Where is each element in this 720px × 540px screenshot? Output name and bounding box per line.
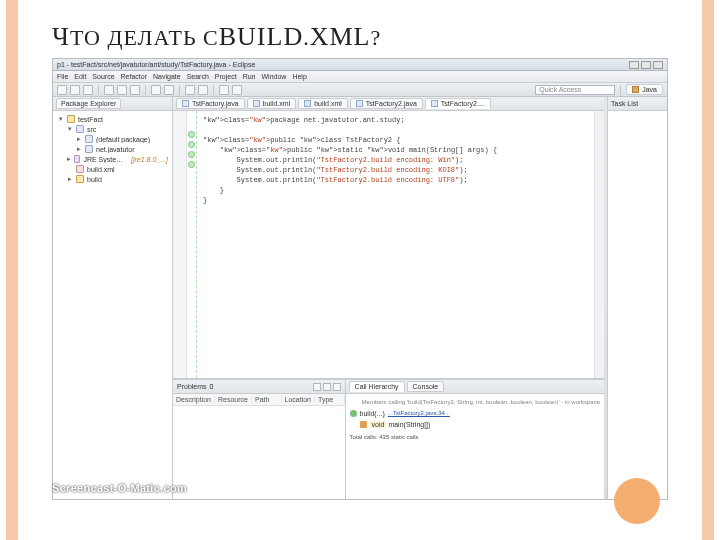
- menu-search[interactable]: Search: [187, 73, 209, 80]
- run-last-icon[interactable]: [130, 85, 140, 95]
- col-resource[interactable]: Resource: [215, 396, 252, 403]
- tree-toggle-icon[interactable]: ▸: [75, 145, 82, 153]
- editor-tab[interactable]: TstFactory.java: [176, 98, 245, 109]
- project-tree[interactable]: ▾testFact▾src▸(default package)▸net.java…: [53, 111, 172, 499]
- call-hierarchy-panel: Call Hierarchy Console Members calling '…: [346, 380, 604, 499]
- save-icon[interactable]: [70, 85, 80, 95]
- call-item-link[interactable]: ...TstFactory2.java:34...: [388, 408, 450, 419]
- tree-toggle-icon[interactable]: ▸: [66, 175, 73, 183]
- problem-count: 0: [210, 383, 214, 390]
- tab-task-list[interactable]: Task List: [611, 100, 638, 107]
- editor-tab-label: TstFactory2.java: [366, 100, 417, 107]
- tree-node[interactable]: ▾src: [57, 124, 168, 134]
- menu-help[interactable]: Help: [292, 73, 306, 80]
- editor-tab[interactable]: TstFactory2.java: [350, 98, 423, 109]
- tree-label: testFact: [78, 116, 103, 123]
- tab-console[interactable]: Console: [407, 381, 445, 392]
- menu-file[interactable]: File: [57, 73, 68, 80]
- menu-source[interactable]: Source: [92, 73, 114, 80]
- tree-label: net.javatutor: [96, 146, 135, 153]
- menu-refactor[interactable]: Refactor: [121, 73, 147, 80]
- tree-toggle-icon[interactable]: ▾: [66, 125, 73, 133]
- editor-tab-label: TstFactory2....: [441, 100, 485, 107]
- slide-stripe-right: [702, 0, 714, 540]
- close-button[interactable]: [653, 61, 663, 69]
- tree-node[interactable]: ▾testFact: [57, 114, 168, 124]
- save-all-icon[interactable]: [83, 85, 93, 95]
- panel-max-icon[interactable]: [333, 383, 341, 391]
- quick-access-placeholder: Quick Access: [539, 86, 581, 93]
- quick-access-input[interactable]: Quick Access: [535, 85, 615, 95]
- file-icon: [304, 100, 311, 107]
- panel-min-icon[interactable]: [323, 383, 331, 391]
- maximize-button[interactable]: [641, 61, 651, 69]
- menu-bar: File Edit Source Refactor Navigate Searc…: [53, 71, 667, 83]
- toolbar-sep: [98, 85, 99, 95]
- forward-icon[interactable]: [232, 85, 242, 95]
- code-editor[interactable]: "kw">class="kw">package net.javatutor.an…: [197, 111, 594, 378]
- new-icon[interactable]: [57, 85, 67, 95]
- new-class-icon[interactable]: [164, 85, 174, 95]
- tree-label: src: [87, 126, 96, 133]
- tree-node[interactable]: ▸JRE System Library [jre1.8.0_...]: [57, 154, 168, 164]
- open-type-icon[interactable]: [185, 85, 195, 95]
- editor-tab[interactable]: TstFactory2....: [425, 98, 491, 109]
- col-description[interactable]: Description: [173, 396, 215, 403]
- call-totals: Total calls: 435 static calls: [350, 432, 600, 443]
- editor-vscrollbar[interactable]: [594, 111, 604, 378]
- back-icon[interactable]: [219, 85, 229, 95]
- call-hierarchy-row[interactable]: void main(String[]): [360, 419, 600, 430]
- file-icon: [253, 100, 260, 107]
- window-title: p1 - testFact/src/net/javatutor/ant/stud…: [57, 61, 255, 68]
- editor-tab[interactable]: build.xml: [247, 98, 297, 109]
- ide-window: p1 - testFact/src/net/javatutor/ant/stud…: [52, 58, 668, 500]
- marker-icon: [188, 151, 195, 158]
- tree-toggle-icon[interactable]: ▸: [66, 155, 71, 163]
- slide-stripe-left: [6, 0, 18, 540]
- java-perspective-icon: [632, 86, 639, 93]
- col-location[interactable]: Location: [282, 396, 315, 403]
- run-icon[interactable]: [117, 85, 127, 95]
- col-type[interactable]: Type: [315, 396, 345, 403]
- problems-body: [173, 406, 345, 499]
- call-hierarchy-row[interactable]: build(...) ...TstFactory2.java:34...: [350, 408, 600, 419]
- menu-window[interactable]: Window: [261, 73, 286, 80]
- problems-columns: Description Resource Path Location Type: [173, 394, 345, 406]
- menu-run[interactable]: Run: [243, 73, 256, 80]
- new-package-icon[interactable]: [151, 85, 161, 95]
- editor-tab-bar: TstFactory.javabuild.xmlbuild.xmlTstFact…: [173, 97, 604, 111]
- tab-call-hierarchy[interactable]: Call Hierarchy: [349, 381, 405, 392]
- editor-tab[interactable]: build.xml: [298, 98, 348, 109]
- tree-toggle-icon[interactable]: ▸: [75, 135, 82, 143]
- col-path[interactable]: Path: [252, 396, 282, 403]
- tree-suffix: [jre1.8.0_...]: [131, 156, 168, 163]
- menu-navigate[interactable]: Navigate: [153, 73, 181, 80]
- search-icon[interactable]: [198, 85, 208, 95]
- tree-toggle-icon[interactable]: ▾: [57, 115, 64, 123]
- menu-project[interactable]: Project: [215, 73, 237, 80]
- editor-markers: [187, 111, 197, 378]
- menu-edit[interactable]: Edit: [74, 73, 86, 80]
- class-icon: [360, 421, 367, 428]
- tab-package-explorer[interactable]: Package Explorer: [56, 98, 121, 109]
- minimize-button[interactable]: [629, 61, 639, 69]
- debug-icon[interactable]: [104, 85, 114, 95]
- tree-node[interactable]: ▸net.javatutor: [57, 144, 168, 154]
- window-titlebar[interactable]: p1 - testFact/src/net/javatutor/ant/stud…: [53, 59, 667, 71]
- perspective-java[interactable]: Java: [626, 84, 663, 95]
- tree-node[interactable]: build.xml: [57, 164, 168, 174]
- problems-panel: Problems 0 Description Resource Path: [173, 380, 346, 499]
- perspective-label: Java: [642, 86, 657, 93]
- package-explorer-panel: Package Explorer ▾testFact▾src▸(default …: [53, 97, 173, 499]
- src-icon: [76, 125, 84, 133]
- tree-node[interactable]: ▸build: [57, 174, 168, 184]
- tree-node[interactable]: ▸(default package): [57, 134, 168, 144]
- file-icon: [431, 100, 438, 107]
- method-icon: [350, 410, 357, 417]
- marker-icon: [188, 131, 195, 138]
- pkg-icon: [85, 145, 93, 153]
- call-item-label: void main(String[]): [370, 419, 431, 430]
- tree-label: (default package): [96, 136, 150, 143]
- panel-menu-icon[interactable]: [313, 383, 321, 391]
- jar-icon: [74, 155, 80, 163]
